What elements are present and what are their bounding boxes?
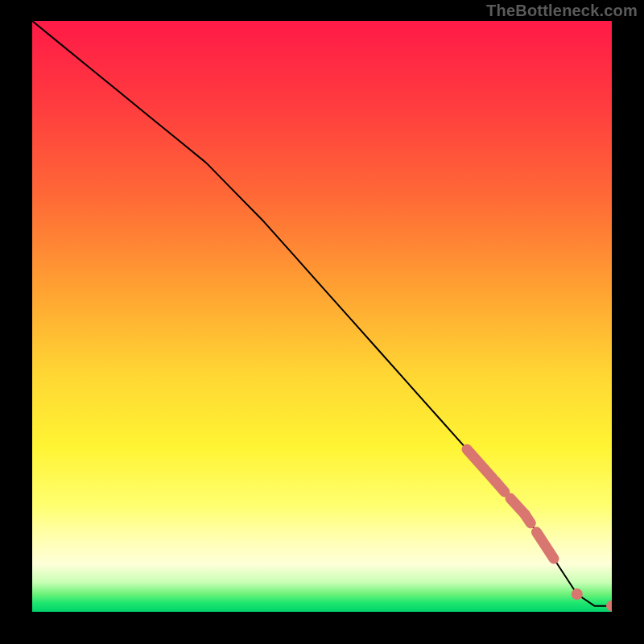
plot-area: [32, 21, 612, 612]
marker-dot: [572, 588, 583, 600]
highlight-segment: [525, 514, 530, 523]
highlight-segments: [467, 449, 554, 559]
watermark-text: TheBottleneck.com: [486, 2, 638, 20]
highlight-segment: [467, 449, 496, 481]
end-markers: [572, 588, 612, 612]
chart-svg: [32, 21, 612, 612]
marker-dot: [606, 601, 612, 612]
highlight-segment: [536, 532, 554, 559]
highlight-segment: [496, 482, 505, 492]
